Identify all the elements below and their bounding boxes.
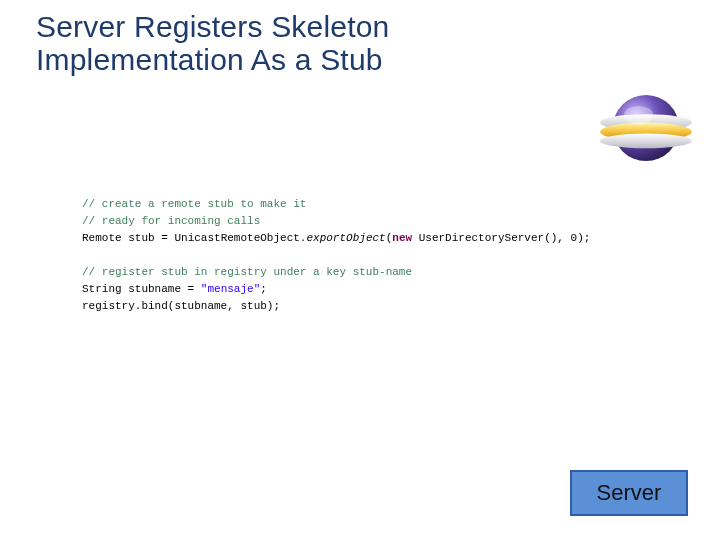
server-label: Server (597, 480, 662, 506)
slide-title: Server Registers Skeleton Implementation… (36, 10, 390, 76)
svg-point-3 (600, 134, 692, 149)
title-line-1: Server Registers Skeleton (36, 10, 390, 43)
code-comment: // register stub in registry under a key… (82, 266, 412, 278)
svg-point-5 (624, 106, 653, 124)
title-line-2: Implementation As a Stub (36, 43, 383, 76)
code-line: String stubname = "mensaje"; (82, 283, 267, 295)
code-line: registry.bind(stubname, stub); (82, 300, 280, 312)
code-comment: // create a remote stub to make it (82, 198, 306, 210)
eclipse-logo-icon (600, 82, 692, 174)
code-line: Remote stub = UnicastRemoteObject.export… (82, 232, 590, 244)
server-box: Server (570, 470, 688, 516)
slide: Server Registers Skeleton Implementation… (0, 0, 720, 540)
code-block: // create a remote stub to make it // re… (82, 196, 642, 315)
code-comment: // ready for incoming calls (82, 215, 260, 227)
